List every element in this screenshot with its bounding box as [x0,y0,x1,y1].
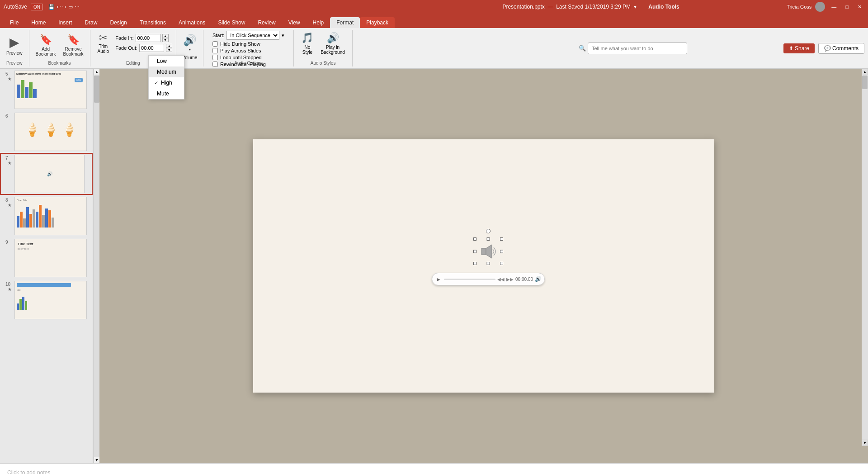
handle-tl[interactable] [473,237,476,241]
tab-slide-show[interactable]: Slide Show [212,17,251,28]
volume-low-item[interactable]: Low [149,56,184,66]
player-play-button[interactable]: ▶ [435,275,442,283]
volume-high-item[interactable]: ✓ High [149,77,184,88]
player-forward-button[interactable]: ▶▶ [506,277,514,282]
autosave-badge[interactable]: ON [31,4,43,10]
slide-item-6[interactable]: 6 🍦 🍦 🍦 [0,111,93,153]
fade-out-down[interactable]: ▼ [166,48,172,52]
share-button[interactable]: ⬆ Share [783,43,815,53]
tab-design[interactable]: Design [104,17,133,28]
loop-checkbox[interactable] [212,55,218,60]
play-in-background-icon: 🔊 [327,32,339,44]
audio-player: ▶ ◀◀ ▶▶ 00:00.00 🔊 [432,273,545,285]
audio-element-container[interactable] [475,239,502,264]
handle-ml[interactable] [473,250,476,253]
trim-audio-label: TrimAudio [98,44,109,54]
audio-options-group-label: Audio Options [203,61,293,66]
panel-scroll-down[interactable]: ▼ [94,457,100,463]
player-time: 00:00.00 [515,277,533,282]
more-icon[interactable]: ⋯ [75,4,80,10]
slide-item-7[interactable]: 7 ★ 🔊 [0,153,93,195]
canvas-scroll-down[interactable]: ▼ [862,440,868,446]
close-button[interactable]: ✕ [855,3,864,11]
handle-br[interactable] [500,262,503,265]
volume-high-check: ✓ [154,80,158,86]
fade-in-up[interactable]: ▲ [162,34,169,38]
tab-animations[interactable]: Animations [172,17,212,28]
notes-area[interactable]: Click to add notes [0,463,868,474]
fade-out-input[interactable]: 00.00 [139,44,164,52]
ribbon-search-container: 🔍 [579,43,687,54]
present-icon[interactable]: ▭ [68,4,73,10]
tab-home[interactable]: Home [25,17,52,28]
panel-scroll-up[interactable]: ▲ [94,69,100,75]
bookmarks-group-label: Bookmarks [29,61,90,66]
volume-mute-item[interactable]: Mute [149,88,184,99]
undo-icon[interactable]: ↩ [57,4,61,10]
comments-button[interactable]: 💬 Comments [818,43,864,54]
play-across-slides-row: Play Across Slides [212,48,261,53]
loop-label: Loop until Stopped [220,55,262,60]
play-in-background-button[interactable]: 🔊 Play inBackground [318,31,347,61]
app-name: AutoSave [4,4,27,10]
handle-tm[interactable] [487,237,490,241]
remove-bookmark-button[interactable]: 🔖 RemoveBookmark [61,33,86,58]
player-rewind-button[interactable]: ◀◀ [497,277,505,282]
slide-item-8[interactable]: 8 ★ Chart Title [0,195,93,237]
save-icon[interactable]: 💾 [48,4,55,10]
loop-row: Loop until Stopped [212,55,262,60]
player-volume-button[interactable]: 🔊 [535,276,542,282]
handle-bl[interactable] [473,262,476,265]
slide-thumb-6: 🍦 🍦 🍦 [14,113,87,151]
handle-bm[interactable] [487,262,490,265]
play-across-slides-label: Play Across Slides [220,48,261,53]
fade-out-up[interactable]: ▲ [166,44,172,48]
slide-thumb-7: 🔊 [14,155,85,193]
handle-mr[interactable] [500,250,503,253]
handle-tr[interactable] [500,237,503,241]
tab-insert[interactable]: Insert [52,17,78,28]
tab-view[interactable]: View [282,17,307,28]
hide-during-show-row: Hide During Show [212,41,260,47]
preview-icon: ▶ [9,35,19,50]
notes-placeholder: Click to add notes [7,469,50,474]
main-layout: 5 ★ Monthly Sales have increased 60% 60% [0,69,868,463]
fade-in-input[interactable]: 00.00 [136,34,160,42]
slide-item-10[interactable]: 10 ★ text [0,279,93,321]
slide-item-5[interactable]: 5 ★ Monthly Sales have increased 60% 60% [0,69,93,111]
maximize-button[interactable]: □ [843,3,851,10]
play-across-slides-checkbox[interactable] [212,48,218,53]
tab-help[interactable]: Help [307,17,330,28]
tab-transitions[interactable]: Transitions [133,17,172,28]
tab-review[interactable]: Review [251,17,282,28]
tab-draw[interactable]: Draw [78,17,104,28]
player-progress-bar[interactable] [444,279,495,280]
trim-audio-icon: ✂ [99,32,107,44]
audio-icon-box[interactable] [475,239,502,264]
trim-audio-button[interactable]: ✂ TrimAudio [94,31,113,60]
canvas-scroll-up[interactable]: ▲ [862,69,868,75]
minimize-button[interactable]: — [829,3,839,10]
tab-file[interactable]: File [4,17,25,28]
slide-item-9[interactable]: 9 Title Text body text [0,237,93,279]
avatar [815,2,825,12]
ribbon-group-bookmarks: 🔖 AddBookmark 🔖 RemoveBookmark Bookmarks [29,30,90,66]
tab-format[interactable]: Format [330,17,360,28]
volume-button[interactable]: 🔊 Volume ▾ [180,33,199,58]
hide-during-show-checkbox[interactable] [212,41,218,47]
volume-medium-item[interactable]: Medium [149,66,184,77]
no-style-button[interactable]: 🎵 NoStyle [298,31,316,61]
slide-canvas: ▲ ▼ [99,69,868,463]
search-input[interactable] [588,43,687,54]
start-row: Start: In Click Sequence Automatically W… [212,31,284,40]
add-bookmark-button[interactable]: 🔖 AddBookmark [33,33,59,58]
last-saved: Last Saved 1/19/2019 3:29 PM [556,4,631,10]
user-name: Tricia Goss [787,4,811,9]
fade-in-down[interactable]: ▼ [162,38,169,42]
tab-playback[interactable]: Playback [360,17,395,28]
redo-icon[interactable]: ↪ [62,4,66,10]
preview-button[interactable]: ▶ Preview [4,33,25,57]
rotate-handle[interactable] [486,229,491,233]
slide-thumb-10: text [14,281,87,319]
start-select[interactable]: In Click Sequence Automatically When Cli… [226,31,279,40]
